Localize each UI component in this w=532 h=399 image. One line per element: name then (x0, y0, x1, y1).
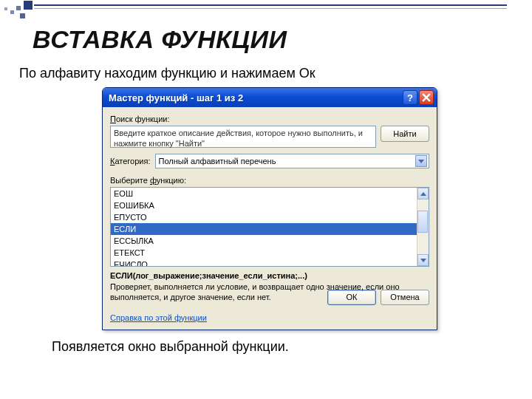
category-label: Категория: (110, 157, 151, 166)
list-item[interactable]: ЕТЕКСТ (111, 247, 429, 259)
function-wizard-dialog: Мастер функций - шаг 1 из 2 ? Поиск функ… (102, 87, 437, 330)
scroll-thumb[interactable] (417, 211, 428, 233)
help-link[interactable]: Справка по этой функции (110, 313, 207, 322)
dialog-title: Мастер функций - шаг 1 из 2 (109, 92, 401, 103)
close-icon (422, 93, 431, 102)
function-signature: ЕСЛИ(лог_выражение;значение_если_истина;… (110, 271, 429, 280)
list-item[interactable]: ЕЧИСЛО (111, 259, 429, 267)
list-item[interactable]: ЕПУСТО (111, 211, 429, 223)
scroll-down-button[interactable] (417, 254, 429, 266)
scroll-up-button[interactable] (417, 188, 429, 200)
chevron-down-icon (420, 259, 426, 262)
find-button[interactable]: Найти (381, 126, 429, 142)
titlebar[interactable]: Мастер функций - шаг 1 из 2 ? (103, 88, 437, 107)
slide-outro-text: Появляется окно выбранной функции. (0, 330, 532, 355)
list-item[interactable]: ЕОШ (111, 188, 429, 200)
help-button[interactable]: ? (403, 90, 417, 105)
slide-intro-text: По алфавиту находим функцию и нажимаем О… (0, 54, 532, 81)
list-item[interactable]: ЕССЫЛКА (111, 235, 429, 247)
list-item[interactable]: ЕОШИБКА (111, 200, 429, 211)
search-label: Поиск функции: (110, 115, 429, 123)
scroll-track[interactable] (417, 200, 429, 254)
chevron-up-icon (420, 192, 426, 196)
function-label: Выберите функцию: (110, 176, 429, 185)
function-listbox[interactable]: ЕОШ ЕОШИБКА ЕПУСТО ЕСЛИ ЕССЫЛКА ЕТЕКСТ Е… (110, 187, 429, 267)
category-select[interactable]: Полный алфавитный перечень (155, 154, 430, 168)
close-button[interactable] (419, 90, 434, 105)
slide-decoration (0, 0, 52, 26)
chevron-down-icon (418, 160, 424, 163)
dropdown-button[interactable] (415, 155, 427, 167)
scrollbar[interactable] (417, 188, 429, 266)
list-item-selected[interactable]: ЕСЛИ (111, 223, 429, 235)
search-input[interactable]: Введите краткое описание действия, котор… (110, 126, 376, 148)
category-value: Полный алфавитный перечень (159, 157, 416, 166)
